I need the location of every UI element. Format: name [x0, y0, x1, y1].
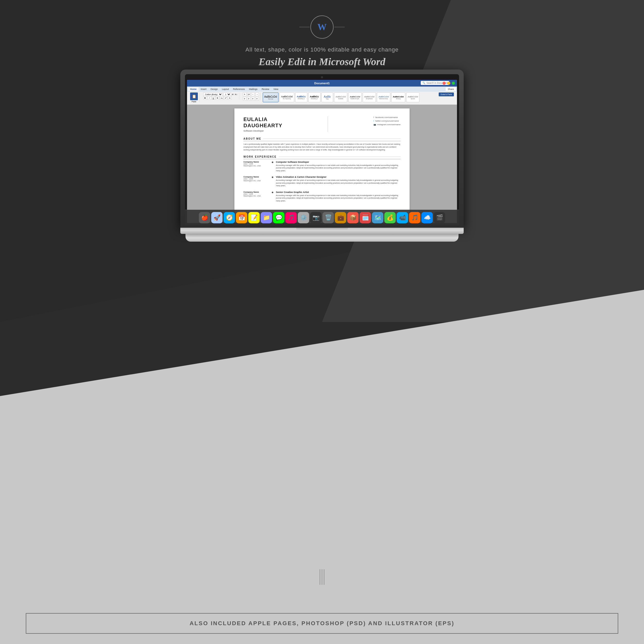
- paste-group: 📋 Paste: [189, 92, 200, 103]
- word-document-title: Document1: [314, 82, 330, 85]
- bold-button[interactable]: B: [203, 96, 207, 100]
- dock-launchpad[interactable]: 🚀: [211, 212, 223, 223]
- vert-line-1: [320, 569, 320, 585]
- increase-font-button[interactable]: A↑: [232, 93, 234, 96]
- decrease-font-button[interactable]: A↓: [235, 93, 237, 96]
- company-3: Company Name: [243, 191, 269, 193]
- work-section-title: WORK EXPERIENCE: [243, 155, 401, 159]
- dock-finance[interactable]: 💰: [384, 212, 396, 223]
- style-strong[interactable]: AaBbCcDd Strong: [391, 92, 405, 102]
- subscript-button[interactable]: x₂: [220, 96, 223, 100]
- laptop: Document1 🔍 Search in Document Home Inse…: [180, 70, 464, 242]
- style-emphasis[interactable]: AaBbCcDd Emphasis: [363, 92, 376, 102]
- laptop-bottom: [185, 234, 459, 242]
- dock-finder[interactable]: 🍎: [199, 212, 210, 223]
- tab-design[interactable]: Design: [209, 87, 220, 91]
- tagline-large: Easily Edit in Microsoft Word: [219, 56, 425, 68]
- tab-view[interactable]: View: [271, 87, 280, 91]
- tab-layout[interactable]: Layout: [220, 87, 231, 91]
- dock-settings[interactable]: ⚙️: [298, 212, 309, 223]
- style-heading2[interactable]: AaBbCc Heading 2: [308, 92, 320, 102]
- align-center-button[interactable]: ≡: [247, 97, 251, 100]
- dock-files[interactable]: 📁: [261, 212, 272, 223]
- style-no-spacing[interactable]: AaBbCcDd No Spacing: [279, 92, 294, 102]
- role-3: Senior Creative Graphic Artist: [276, 191, 401, 193]
- italic-button[interactable]: I: [207, 96, 211, 100]
- work-section: Company Name 2002 - 2009 Washington DC, …: [243, 161, 401, 202]
- underline-button[interactable]: U: [211, 96, 215, 100]
- justify-button[interactable]: ≡: [255, 97, 259, 100]
- style-intense-emph[interactable]: AaBbCcDd Intense Emp.: [377, 92, 390, 102]
- instagram-icon: 📷: [374, 123, 376, 126]
- ribbon-tabs: Home Insert Design Layout References Mai…: [187, 87, 457, 92]
- ribbon-content: 📋 Paste Calibri (Body) 12: [187, 92, 457, 105]
- style-normal[interactable]: AaBbCcDd Normal: [263, 92, 278, 102]
- company-2: Company Name: [243, 176, 269, 178]
- style-no-spacing-label: AaBbCcDd: [281, 95, 293, 98]
- minimize-button[interactable]: [447, 82, 450, 85]
- dock-icloud[interactable]: ☁️: [421, 212, 433, 223]
- maximize-button[interactable]: [452, 82, 455, 85]
- dock-notes[interactable]: 📝: [248, 212, 260, 223]
- strikethrough-button[interactable]: S: [216, 96, 219, 100]
- tab-insert[interactable]: Insert: [199, 87, 209, 91]
- share-doc-button[interactable]: Duke's Para: [439, 92, 454, 96]
- close-button[interactable]: [443, 82, 446, 85]
- font-color-button[interactable]: A: [228, 96, 232, 100]
- dock-music[interactable]: 🎵: [285, 212, 297, 223]
- resume-header: EULALIA DAUGHEARTY Software Developer f …: [243, 116, 401, 132]
- style-subtle-emph[interactable]: AaBbCcDd Subtle Emph.: [348, 92, 362, 102]
- desc-3: Accounting manager with five years of ac…: [276, 194, 401, 202]
- bullet-list-button[interactable]: ≡: [243, 92, 247, 96]
- dock-messages[interactable]: 💬: [273, 212, 284, 223]
- dock-trash[interactable]: 🗑️: [323, 212, 334, 223]
- dock-calendar[interactable]: 📅: [236, 212, 247, 223]
- dock-itunes[interactable]: 🎵: [409, 212, 420, 223]
- dock-portfolio[interactable]: 💼: [335, 212, 346, 223]
- resume-name-block: EULALIA DAUGHEARTY Software Developer: [243, 116, 282, 132]
- dates-1: 2002 - 2009: [243, 163, 269, 165]
- contact-twitter: t twitter.com/yourusername: [374, 120, 401, 122]
- window-controls: [443, 82, 455, 85]
- dock-facetime[interactable]: 📹: [397, 212, 408, 223]
- desc-2: Accounting manager with five years of ac…: [276, 179, 401, 187]
- tab-mailings[interactable]: Mailings: [247, 87, 260, 91]
- dock-camera[interactable]: 📷: [310, 212, 321, 223]
- align-left-button[interactable]: ≡: [243, 97, 247, 100]
- word-icon-letter: W: [317, 22, 327, 32]
- twitter-icon: t: [374, 120, 374, 122]
- contact-instagram: 📷 instagram.com/username: [374, 123, 401, 126]
- dock-photos[interactable]: 🎬: [434, 212, 445, 223]
- style-quote[interactable]: AaBbCcDd Quote: [406, 92, 420, 102]
- resume-job-title: Software Developer: [243, 130, 282, 132]
- role-1: Computer Software Developer: [276, 161, 401, 163]
- superscript-button[interactable]: x²: [224, 96, 227, 100]
- dock-safari[interactable]: 🧭: [224, 212, 235, 223]
- align-right-button[interactable]: ≡: [251, 97, 255, 100]
- work-left-3: Company Name 2002 - 2009 Washington DC, …: [243, 191, 269, 202]
- paste-button[interactable]: 📋: [190, 92, 198, 100]
- tab-home[interactable]: Home: [188, 87, 199, 91]
- style-heading1[interactable]: AaBbCc Heading 1: [295, 92, 307, 102]
- indent-increase-button[interactable]: →: [255, 92, 259, 96]
- font-family-select[interactable]: Calibri (Body): [203, 92, 223, 96]
- about-text: I am a professionally qualified digital …: [243, 143, 401, 151]
- dock-maps[interactable]: 🗺️: [372, 212, 383, 223]
- indent-decrease-button[interactable]: ←: [251, 92, 255, 96]
- style-subtitle[interactable]: AaBbCcDd Subtitle: [334, 92, 348, 102]
- tab-references[interactable]: References: [231, 87, 247, 91]
- font-size-select[interactable]: 12: [223, 92, 231, 96]
- bullet-3: [272, 192, 273, 193]
- numbered-list-button[interactable]: 1≡: [247, 92, 251, 96]
- dock-package[interactable]: 📦: [347, 212, 359, 223]
- dock-reminders[interactable]: 🗓️: [360, 212, 371, 223]
- style-subtitle-label: AaBbCcDd: [336, 96, 346, 98]
- tab-review[interactable]: Review: [260, 87, 272, 91]
- style-title[interactable]: AaBb Title: [321, 92, 333, 102]
- share-button[interactable]: Share: [446, 87, 456, 91]
- location-2: Washington DC, USA: [243, 180, 269, 182]
- work-right-2: Video Animation & Carton Character Desig…: [276, 176, 401, 187]
- bg-light-bottom: [0, 290, 644, 644]
- contact-facebook: f facebook.com/username: [374, 116, 401, 118]
- list-buttons: ≡ 1≡ ← →: [243, 92, 259, 96]
